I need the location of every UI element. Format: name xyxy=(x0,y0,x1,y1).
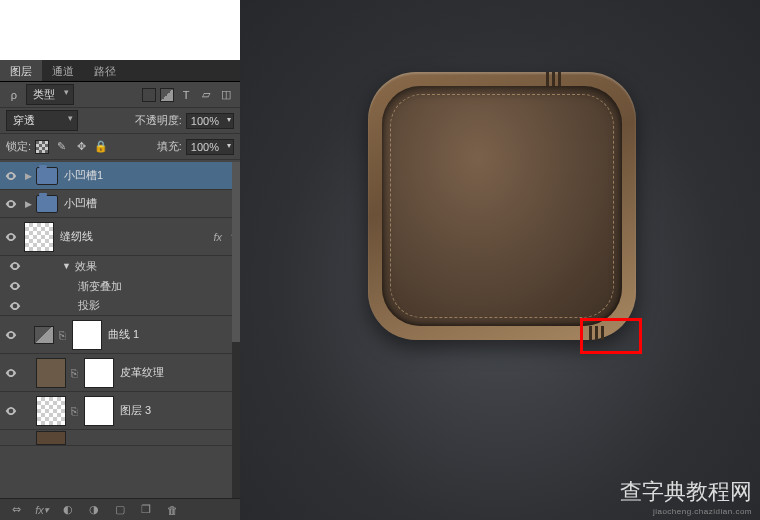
visibility-icon[interactable] xyxy=(0,366,22,380)
effects-heading: ▼ 效果 xyxy=(0,256,240,276)
visibility-icon[interactable] xyxy=(0,169,22,183)
layer-leather[interactable]: ⎘ 皮革纹理 xyxy=(0,354,240,392)
lock-all-icon[interactable]: 🔒 xyxy=(93,139,109,155)
layer-stitch[interactable]: 缝纫线 fx ▼ xyxy=(0,218,240,256)
visibility-icon[interactable] xyxy=(0,404,22,418)
adjustment-thumb xyxy=(34,326,54,344)
expand-icon[interactable]: ▶ xyxy=(22,199,34,209)
effect-label: 渐变叠加 xyxy=(78,279,122,294)
chevron-down-icon[interactable]: ▼ xyxy=(62,261,71,271)
layer-thumb xyxy=(36,358,66,388)
layer-group-1[interactable]: ▶ 小凹槽1 xyxy=(0,162,240,190)
opacity-value[interactable]: 100% xyxy=(186,113,234,129)
layer-name: 小凹槽 xyxy=(64,196,240,211)
top-notch xyxy=(558,72,561,86)
top-notch xyxy=(552,72,555,86)
fill-value[interactable]: 100% xyxy=(186,139,234,155)
lock-pixels-icon[interactable]: ✎ xyxy=(53,139,69,155)
filter-shape-icon[interactable]: ▱ xyxy=(198,87,214,103)
mask-thumb xyxy=(84,358,114,388)
mask-icon[interactable]: ◐ xyxy=(60,502,76,518)
fx-badge[interactable]: fx xyxy=(213,231,222,243)
layer-thumb xyxy=(36,396,66,426)
link-icon[interactable]: ⎘ xyxy=(66,367,82,379)
effect-gradient-overlay[interactable]: 渐变叠加 xyxy=(0,276,240,296)
new-layer-icon[interactable]: ❐ xyxy=(138,502,154,518)
opacity-label: 不透明度: xyxy=(135,113,182,128)
layer-thumb xyxy=(36,431,66,445)
artwork-icon xyxy=(368,72,636,340)
layer-options: ρ 类型 T ▱ ◫ 穿透 不透明度: 100% 锁定: ✎ ✥ 🔒 填充: 1… xyxy=(0,82,240,160)
folder-icon xyxy=(36,167,58,185)
layer-curves[interactable]: ⎘ 曲线 1 xyxy=(0,316,240,354)
link-icon[interactable]: ⎘ xyxy=(66,405,82,417)
blend-mode-dropdown[interactable]: 穿透 xyxy=(6,110,78,131)
layer-partial[interactable] xyxy=(0,430,240,446)
layer-group-2[interactable]: ▶ 小凹槽 xyxy=(0,190,240,218)
top-notch xyxy=(546,72,549,86)
filter-pixel-icon[interactable] xyxy=(142,88,156,102)
visibility-icon[interactable] xyxy=(0,197,22,211)
watermark-title: 查字典教程网 xyxy=(620,477,752,507)
expand-icon[interactable]: ▶ xyxy=(22,171,34,181)
layers-list: ▶ 小凹槽1 ▶ 小凹槽 缝纫线 fx ▼ ▼ 效果 渐变叠加 xyxy=(0,162,240,498)
canvas-area[interactable]: 查字典教程网 jiaocheng.chazidian.com xyxy=(240,0,760,520)
watermark: 查字典教程网 jiaocheng.chazidian.com xyxy=(620,477,752,516)
layer-name: 图层 3 xyxy=(120,403,240,418)
link-icon[interactable]: ⎘ xyxy=(54,329,70,341)
delete-icon[interactable]: 🗑 xyxy=(164,502,180,518)
watermark-url: jiaocheng.chazidian.com xyxy=(620,507,752,516)
layer-3[interactable]: ⎘ 图层 3 xyxy=(0,392,240,430)
layer-name: 缝纫线 xyxy=(60,229,213,244)
tab-paths[interactable]: 路径 xyxy=(84,60,126,81)
layer-thumb xyxy=(24,222,54,252)
scrollbar-thumb[interactable] xyxy=(232,162,240,342)
search-icon: ρ xyxy=(6,87,22,103)
blank-area xyxy=(0,0,240,60)
tab-channels[interactable]: 通道 xyxy=(42,60,84,81)
filter-adjust-icon[interactable] xyxy=(160,88,174,102)
highlight-box xyxy=(580,318,642,354)
layers-panel: 图层 通道 路径 ρ 类型 T ▱ ◫ 穿透 不透明度: 100% 锁定: ✎ … xyxy=(0,0,240,520)
effect-label: 投影 xyxy=(78,298,100,313)
mask-thumb xyxy=(72,320,102,350)
layers-scrollbar[interactable] xyxy=(232,162,240,498)
filter-type-icon[interactable]: T xyxy=(178,87,194,103)
group-icon[interactable]: ▢ xyxy=(112,502,128,518)
link-layers-icon[interactable]: ⇔ xyxy=(8,502,24,518)
layer-name: 小凹槽1 xyxy=(64,168,240,183)
lock-label: 锁定: xyxy=(6,139,31,154)
effect-drop-shadow[interactable]: 投影 xyxy=(0,296,240,316)
mask-thumb xyxy=(84,396,114,426)
folder-icon xyxy=(36,195,58,213)
lock-transparency-icon[interactable] xyxy=(35,140,49,154)
visibility-icon[interactable] xyxy=(0,328,22,342)
effects-label: 效果 xyxy=(75,259,97,274)
visibility-icon[interactable] xyxy=(4,299,26,313)
layer-name: 皮革纹理 xyxy=(120,365,240,380)
lock-position-icon[interactable]: ✥ xyxy=(73,139,89,155)
filter-kind-dropdown[interactable]: 类型 xyxy=(26,84,74,105)
visibility-icon[interactable] xyxy=(4,259,26,273)
tab-layers[interactable]: 图层 xyxy=(0,60,42,81)
visibility-icon[interactable] xyxy=(4,279,26,293)
fx-icon[interactable]: fx▾ xyxy=(34,502,50,518)
panel-tabs: 图层 通道 路径 xyxy=(0,60,240,82)
visibility-icon[interactable] xyxy=(0,230,22,244)
layers-footer: ⇔ fx▾ ◐ ◑ ▢ ❐ 🗑 xyxy=(0,498,240,520)
filter-smart-icon[interactable]: ◫ xyxy=(218,87,234,103)
stitch-line xyxy=(390,94,614,318)
adjustment-icon[interactable]: ◑ xyxy=(86,502,102,518)
fill-label: 填充: xyxy=(157,139,182,154)
layer-name: 曲线 1 xyxy=(108,327,240,342)
